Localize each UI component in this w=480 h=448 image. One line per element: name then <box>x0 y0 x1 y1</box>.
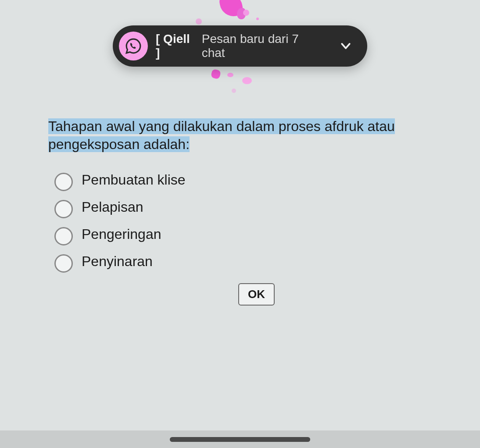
option-row[interactable]: Pengeringan <box>54 225 432 245</box>
notification-message: Pesan baru dari 7 chat <box>202 32 322 60</box>
radio-button[interactable] <box>54 173 73 191</box>
option-label: Pengeringan <box>82 225 161 242</box>
option-label: Penyinaran <box>82 252 153 270</box>
decorative-splash-dot <box>196 18 202 25</box>
option-label: Pelapisan <box>82 198 143 215</box>
question-highlighted-text: Tahapan awal yang dilakukan dalam proses… <box>48 118 395 152</box>
options-list: Pembuatan klise Pelapisan Pengeringan Pe… <box>48 171 432 273</box>
decorative-splash-dot <box>232 89 236 93</box>
notification-text: [ Qiell ] Pesan baru dari 7 chat <box>156 32 322 60</box>
notification-sender: [ Qiell ] <box>156 32 197 60</box>
question-text: Tahapan awal yang dilakukan dalam proses… <box>48 117 432 153</box>
decorative-splash-dot <box>242 77 252 84</box>
radio-button[interactable] <box>54 254 73 273</box>
option-row[interactable]: Pembuatan klise <box>54 171 432 191</box>
home-indicator[interactable] <box>170 437 310 442</box>
notification-expand-button[interactable] <box>339 39 352 53</box>
bottom-navigation-bar <box>0 430 480 448</box>
option-label: Pembuatan klise <box>82 171 186 188</box>
radio-button[interactable] <box>54 227 73 245</box>
decorative-splash-dot <box>243 10 249 16</box>
option-row[interactable]: Pelapisan <box>54 198 432 218</box>
decorative-splash-dot <box>256 18 259 20</box>
decorative-splash-dot <box>211 69 221 79</box>
ok-button[interactable]: OK <box>238 283 275 306</box>
whatsapp-icon <box>125 38 142 54</box>
question-container: Tahapan awal yang dilakukan dalam proses… <box>48 117 432 280</box>
notification-banner[interactable]: [ Qiell ] Pesan baru dari 7 chat <box>113 25 367 67</box>
decorative-splash-dot <box>227 73 233 77</box>
notification-app-badge <box>119 32 148 60</box>
option-row[interactable]: Penyinaran <box>54 252 432 273</box>
chevron-down-icon <box>339 39 352 53</box>
radio-button[interactable] <box>54 200 73 218</box>
